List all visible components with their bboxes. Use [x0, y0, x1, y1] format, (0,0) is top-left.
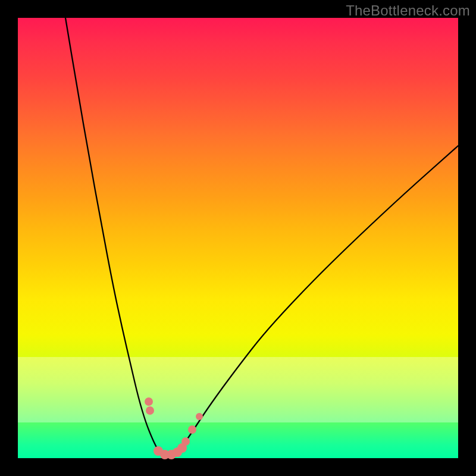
data-dot — [181, 437, 190, 446]
data-dot — [188, 425, 196, 434]
data-dots — [145, 397, 203, 459]
chart-frame: TheBottleneck.com — [0, 0, 476, 476]
data-dot — [145, 397, 153, 406]
curve-right — [170, 146, 458, 458]
data-dot — [146, 406, 154, 415]
watermark-label: TheBottleneck.com — [346, 2, 470, 19]
data-dot — [196, 413, 203, 420]
curve-layer — [18, 18, 458, 458]
plot-area — [18, 18, 458, 458]
curve-left — [65, 18, 165, 458]
